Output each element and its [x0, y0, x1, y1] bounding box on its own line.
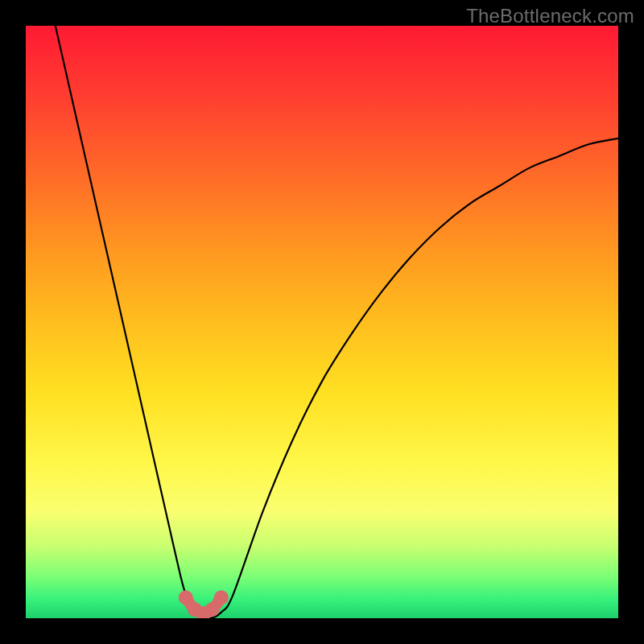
marker-dot — [179, 590, 193, 605]
marker-dot — [205, 602, 220, 617]
chart-svg — [26, 26, 618, 618]
marker-dots — [179, 590, 229, 618]
chart-frame: TheBottleneck.com — [0, 0, 644, 644]
plot-area — [26, 26, 618, 618]
marker-dot — [214, 590, 229, 605]
watermark-text: TheBottleneck.com — [466, 5, 634, 27]
bottleneck-curve-path — [56, 26, 618, 618]
